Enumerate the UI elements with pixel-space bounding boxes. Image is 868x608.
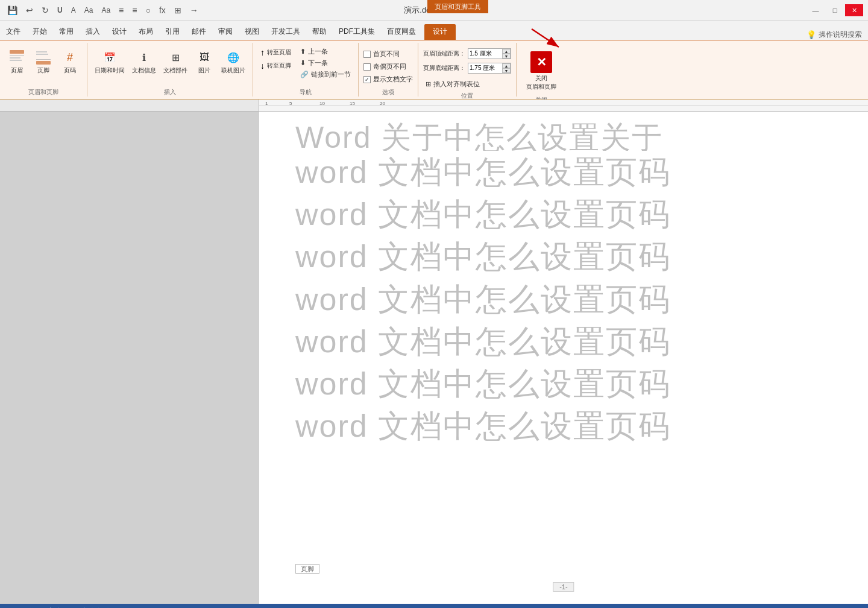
- image-label: 图片: [198, 67, 210, 74]
- doc-line-4[interactable]: word 文档中怎么设置页码: [295, 278, 832, 320]
- doc-line-1[interactable]: word 文档中怎么设置页码: [295, 151, 832, 193]
- align-tab-label: 插入对齐制表位: [433, 80, 480, 89]
- footer-button[interactable]: 页脚: [31, 46, 55, 75]
- first-diff-checkbox[interactable]: 首页不同: [363, 49, 400, 59]
- align-tab-button[interactable]: ⊞ 插入对齐制表位: [423, 79, 482, 89]
- close-button[interactable]: ✕: [845, 4, 863, 16]
- close-x-icon: ✕: [530, 51, 552, 73]
- doc-line-2[interactable]: word 文档中怎么设置页码: [295, 193, 832, 235]
- close-hf-button[interactable]: ✕ 关闭页眉和页脚: [521, 49, 561, 93]
- table-icon[interactable]: ⊞: [172, 4, 184, 16]
- datetime-icon: 📅: [100, 48, 119, 67]
- bullets-icon[interactable]: ≡: [116, 4, 126, 16]
- goto-header-icon: ↑: [260, 48, 265, 57]
- ruler-mark-10: 10: [319, 101, 325, 106]
- more-icon[interactable]: →: [187, 4, 201, 16]
- docparts-button[interactable]: ⊞ 文档部件: [161, 46, 190, 75]
- footer-label: 页脚: [37, 67, 49, 74]
- tab-layout[interactable]: 布局: [133, 24, 159, 40]
- options-group-label: 选项: [382, 86, 394, 97]
- font-size2-icon[interactable]: Aa: [99, 5, 113, 16]
- ribbon: 页眉 页脚 # 页码 页眉和页脚 📅 日期和时间 ℹ 文档信息: [0, 40, 868, 100]
- tab-hf-design[interactable]: 设计: [424, 24, 456, 40]
- insert-buttons: 📅 日期和时间 ℹ 文档信息 ⊞ 文档部件 🖼 图片 🌐 联机图片: [92, 44, 248, 86]
- page-indicator: -1-: [553, 581, 574, 592]
- header-icon: [7, 48, 27, 67]
- tab-developer[interactable]: 开发工具: [265, 24, 306, 40]
- shape-icon[interactable]: ○: [143, 4, 153, 16]
- image-button[interactable]: 🖼 图片: [192, 46, 216, 75]
- online-image-icon: 🌐: [224, 48, 243, 67]
- document-content[interactable]: Word 关于中怎么设置关于 word 文档中怎么设置页码 word 文档中怎么…: [259, 112, 868, 604]
- align-tab-icon: ⊞: [426, 80, 431, 88]
- footer-section-label: 页脚: [295, 563, 319, 574]
- status-bar: 第1页，共1页 字数：7 中文(中国) 阅读 页面 Web − + 100%: [0, 604, 868, 608]
- doc-line-7[interactable]: word 文档中怎么设置页码: [295, 405, 832, 447]
- tab-help[interactable]: 帮助: [306, 24, 333, 40]
- header-button[interactable]: 页眉: [5, 46, 29, 75]
- tab-common[interactable]: 常用: [53, 24, 80, 40]
- tab-review[interactable]: 审阅: [212, 24, 239, 40]
- ruler-mark-20: 20: [380, 101, 385, 106]
- odd-even-label: 奇偶页不同: [373, 62, 406, 71]
- goto-footer-button[interactable]: ↓ 转至页脚: [258, 60, 294, 72]
- online-image-label: 联机图片: [221, 67, 245, 74]
- datetime-button[interactable]: 📅 日期和时间: [92, 46, 127, 75]
- goto-header-button[interactable]: ↑ 转至页眉: [258, 46, 294, 59]
- minimize-button[interactable]: —: [807, 4, 825, 16]
- undo-icon[interactable]: ↩: [24, 4, 36, 16]
- window-controls[interactable]: — □ ✕: [807, 4, 863, 16]
- tab-insert[interactable]: 插入: [80, 24, 106, 40]
- search-tab-area[interactable]: 💡 操作说明搜索: [800, 30, 868, 40]
- ruler-mark-1: 1: [265, 101, 268, 106]
- footer-bottom-up[interactable]: ▲: [502, 63, 511, 68]
- quick-access-toolbar[interactable]: 💾 ↩ ↻ U A Aa Aa ≡ ≡ ○ fx ⊞ →: [5, 4, 201, 16]
- font-color-icon[interactable]: A: [69, 5, 78, 16]
- next-section-button[interactable]: ⬇ 下一条: [298, 58, 353, 68]
- save-icon[interactable]: 💾: [5, 4, 20, 16]
- tab-file[interactable]: 文件: [0, 24, 27, 40]
- show-text-checkbox[interactable]: ✓ 显示文档文字: [363, 74, 413, 84]
- svg-rect-2: [10, 57, 20, 59]
- formula-icon[interactable]: fx: [157, 4, 168, 16]
- ruler-main: 1 5 10 15 20: [259, 100, 868, 111]
- footer-bottom-label: 页脚底端距离：: [423, 64, 465, 72]
- header-top-down[interactable]: ▼: [502, 54, 511, 59]
- tab-home[interactable]: 开始: [27, 24, 53, 40]
- goto-buttons: ↑ 转至页眉 ↓ 转至页脚: [258, 46, 294, 72]
- docparts-label: 文档部件: [163, 67, 187, 74]
- prev-section-label: 上一条: [308, 47, 328, 56]
- ribbon-group-options: 首页不同 奇偶页不同 ✓ 显示文档文字 选项: [359, 43, 418, 97]
- svg-rect-5: [36, 54, 48, 55]
- doc-line-5[interactable]: word 文档中怎么设置页码: [295, 320, 832, 363]
- red-arrow-annotation: [529, 26, 577, 52]
- redo-icon[interactable]: ↻: [39, 4, 51, 16]
- link-prev-button[interactable]: 🔗 链接到前一节: [298, 69, 353, 80]
- doc-line-3[interactable]: word 文档中怎么设置页码: [295, 235, 832, 277]
- docinfo-label: 文档信息: [132, 67, 156, 74]
- format-icon[interactable]: U: [55, 5, 65, 16]
- document-area: Word 关于中怎么设置关于 word 文档中怎么设置页码 word 文档中怎么…: [0, 112, 868, 604]
- ribbon-group-navigation: ↑ 转至页眉 ↓ 转至页脚 ⬆ 上一条 ⬇ 下一条 🔗: [253, 43, 359, 97]
- header-top-field: 页眉顶端距离： ▲ ▼: [423, 48, 511, 59]
- tab-view[interactable]: 视图: [239, 24, 265, 40]
- font-size-icon[interactable]: Aa: [82, 5, 96, 16]
- tab-baidu[interactable]: 百度网盘: [381, 24, 422, 40]
- maximize-button[interactable]: □: [826, 4, 844, 16]
- odd-even-diff-checkbox[interactable]: 奇偶页不同: [363, 62, 406, 72]
- tab-design[interactable]: 设计: [106, 24, 133, 40]
- header-top-up[interactable]: ▲: [502, 49, 511, 54]
- footer-bottom-down[interactable]: ▼: [502, 68, 511, 73]
- header-top-input-wrapper: ▲ ▼: [468, 48, 511, 59]
- goto-footer-label: 转至页脚: [267, 62, 291, 69]
- pagenum-button[interactable]: # 页码: [58, 46, 82, 75]
- tab-mailings[interactable]: 邮件: [186, 24, 212, 40]
- insert-group-label: 插入: [164, 86, 176, 97]
- numbering-icon[interactable]: ≡: [130, 4, 139, 16]
- docinfo-button[interactable]: ℹ 文档信息: [130, 46, 159, 75]
- tab-references[interactable]: 引用: [159, 24, 186, 40]
- doc-line-6[interactable]: word 文档中怎么设置页码: [295, 363, 832, 405]
- online-image-button[interactable]: 🌐 联机图片: [219, 46, 248, 75]
- prev-section-button[interactable]: ⬆ 上一条: [298, 46, 353, 57]
- tab-pdf[interactable]: PDF工具集: [333, 24, 381, 40]
